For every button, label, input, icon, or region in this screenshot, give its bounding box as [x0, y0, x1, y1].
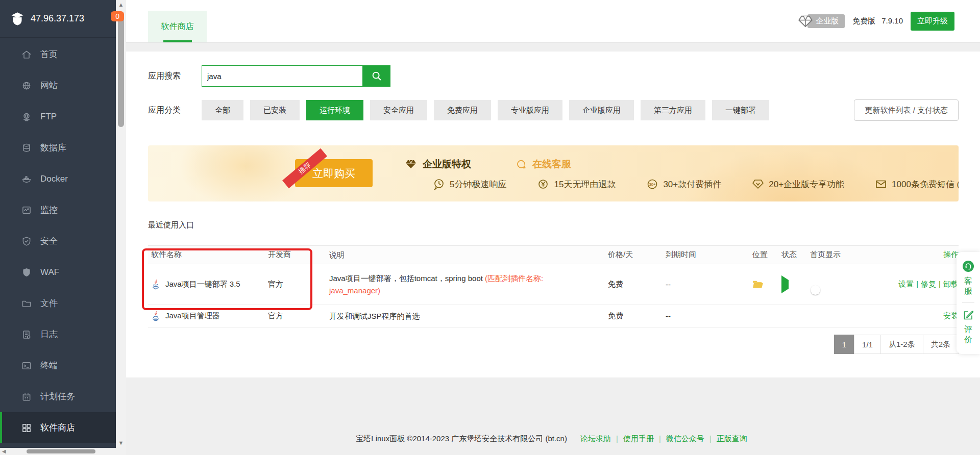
- category-runtime[interactable]: 运行环境: [306, 100, 363, 120]
- table-header: 软件名称 开发商 说明 价格/天 到期时间 位置 状态 首页显示 操作: [148, 245, 959, 264]
- description: 开发和调试JSP程序的首选: [329, 310, 608, 322]
- home-icon: [21, 49, 32, 60]
- description: Java项目一键部署，包括tomcat，spring boot (匹配到插件名称…: [329, 272, 608, 297]
- price: 免费: [608, 311, 666, 321]
- server-ip: 47.96.37.173: [31, 13, 84, 24]
- java-logo-icon: [151, 311, 160, 321]
- sidebar-item-website[interactable]: 网站: [0, 70, 116, 101]
- pagination: 1 1/1 从1-2条 共2条: [148, 335, 959, 354]
- thirty-plus-circle-icon: 30+: [646, 178, 658, 190]
- repair-link[interactable]: 修复: [921, 280, 936, 288]
- upgrade-button[interactable]: 立即升级: [911, 12, 954, 31]
- forum-help-link[interactable]: 论坛求助: [580, 434, 611, 443]
- category-installed[interactable]: 已安装: [250, 100, 300, 120]
- notification-badge[interactable]: 0: [111, 11, 124, 21]
- category-enterprise-apps[interactable]: 企业版应用: [569, 100, 634, 120]
- enterprise-promo-banner: 立即购买 推荐 企业版特权 在线客服 5分钟极速响应: [148, 145, 959, 201]
- version-number: 7.9.10: [881, 16, 903, 26]
- total-count-indicator: 共2条: [923, 335, 959, 354]
- category-pro-apps[interactable]: 专业版应用: [498, 100, 562, 120]
- genuine-check-link[interactable]: 正版查询: [717, 434, 747, 443]
- diamond-icon: [797, 14, 814, 29]
- scroll-down-arrow-icon[interactable]: ▼: [116, 440, 126, 446]
- update-list-button[interactable]: 更新软件列表 / 支付状态: [854, 99, 959, 121]
- scroll-left-arrow-icon[interactable]: ◀: [2, 448, 6, 454]
- sidebar-item-monitor[interactable]: 监控: [0, 194, 116, 225]
- calendar-icon: [21, 392, 32, 402]
- category-label: 应用分类: [148, 105, 189, 116]
- diamond-filled-icon: [404, 159, 418, 170]
- sidebar-item-logs[interactable]: 日志: [0, 319, 116, 350]
- ftp-network-icon: [21, 112, 32, 122]
- sidebar-item-terminal[interactable]: 终端: [0, 350, 116, 381]
- sidebar-item-ftp[interactable]: FTP: [0, 101, 116, 132]
- running-status-icon[interactable]: [781, 275, 789, 293]
- sidebar-item-waf[interactable]: WAF: [0, 257, 116, 288]
- software-table: 软件名称 开发商 说明 价格/天 到期时间 位置 状态 首页显示 操作 Java…: [148, 245, 959, 327]
- developer: 官方: [268, 311, 329, 321]
- envelope-icon: [875, 178, 887, 190]
- horizontal-scrollbar[interactable]: ◀: [0, 448, 126, 455]
- search-input[interactable]: [202, 65, 363, 87]
- feature-refund: 15天无理由退款: [537, 178, 616, 190]
- sidebar-item-home[interactable]: 首页: [0, 39, 116, 70]
- baota-shield-logo-icon: [10, 12, 24, 26]
- review-button[interactable]: 评价: [962, 309, 974, 345]
- main-content: 软件商店 企业版 免费版 7.9.10 立即升级 应用搜索: [126, 0, 980, 455]
- refund-yen-icon: [537, 178, 549, 190]
- table-row: Java项目管理器 官方 开发和调试JSP程序的首选 免费 -- 安装: [148, 305, 959, 327]
- database-icon: [21, 143, 32, 153]
- privilege-title: 企业版特权: [404, 158, 471, 171]
- search-icon: [371, 70, 382, 82]
- sidebar-item-app-store[interactable]: 软件商店: [0, 412, 116, 443]
- clock-icon: [433, 178, 445, 190]
- search-label: 应用搜索: [148, 71, 189, 82]
- chat-icon: [515, 158, 527, 170]
- category-one-click-deploy[interactable]: 一键部署: [712, 100, 769, 120]
- java-logo-icon: [151, 280, 160, 290]
- horizontal-scrollbar-thumb[interactable]: [27, 449, 95, 453]
- waf-shield-icon: [21, 267, 32, 277]
- folder-icon: [21, 298, 32, 309]
- vertical-scrollbar-thumb[interactable]: [118, 12, 124, 127]
- divider: [962, 302, 974, 303]
- headset-icon: [962, 260, 975, 273]
- category-free-apps[interactable]: 免费应用: [434, 100, 491, 120]
- feature-paid-plugins: 30+ 30+款付费插件: [646, 178, 721, 190]
- sidebar-item-docker[interactable]: Docker: [0, 163, 116, 194]
- top-bar: 软件商店 企业版 免费版 7.9.10 立即升级: [126, 0, 980, 43]
- edition-label: 免费版: [852, 16, 875, 26]
- app-store-panel: 应用搜索 应用分类 全部 已安装 运行环境 安全应用 免费应用 专业版应用 企业…: [126, 52, 980, 377]
- manual-link[interactable]: 使用手册: [623, 434, 654, 443]
- category-thirdparty-apps[interactable]: 第三方应用: [641, 100, 705, 120]
- page-number-button[interactable]: 1: [834, 335, 854, 354]
- app-store-grid-icon: [21, 423, 32, 433]
- vertical-scrollbar[interactable]: ▲ ▼: [116, 0, 126, 455]
- tab-app-store[interactable]: 软件商店: [148, 11, 207, 42]
- customer-service-button[interactable]: 客服: [962, 260, 975, 296]
- software-name[interactable]: Java项目一键部署 3.5: [165, 280, 240, 289]
- software-name[interactable]: Java项目管理器: [165, 311, 220, 321]
- category-security-apps[interactable]: 安全应用: [370, 100, 427, 120]
- wechat-official-link[interactable]: 微信公众号: [666, 434, 704, 443]
- online-support-link[interactable]: 在线客服: [515, 158, 571, 171]
- search-button[interactable]: [363, 65, 390, 87]
- footer: 宝塔Linux面板 ©2014-2023 广东堡塔安全技术有限公司 (bt.cn…: [126, 434, 980, 444]
- sidebar-item-files[interactable]: 文件: [0, 288, 116, 319]
- expire-time: --: [666, 280, 752, 289]
- log-document-icon: [21, 330, 32, 340]
- sidebar-item-security[interactable]: 安全: [0, 225, 116, 257]
- floating-side-widget: 客服 评价: [957, 252, 980, 354]
- enterprise-badge[interactable]: 企业版: [797, 14, 845, 29]
- diamond-outline-icon: [752, 179, 764, 190]
- open-folder-icon[interactable]: [752, 280, 781, 289]
- server-ip-header[interactable]: 47.96.37.173 0: [0, 0, 116, 38]
- feature-fast-response: 5分钟极速响应: [433, 178, 506, 190]
- sidebar-item-database[interactable]: 数据库: [0, 132, 116, 163]
- settings-link[interactable]: 设置: [898, 280, 914, 288]
- scroll-up-arrow-icon[interactable]: ▲: [116, 2, 126, 8]
- sidebar-item-cron[interactable]: 计划任务: [0, 381, 116, 412]
- expire-time: --: [666, 312, 752, 320]
- category-all[interactable]: 全部: [202, 100, 243, 120]
- buy-now-button[interactable]: 立即购买 推荐: [295, 159, 373, 187]
